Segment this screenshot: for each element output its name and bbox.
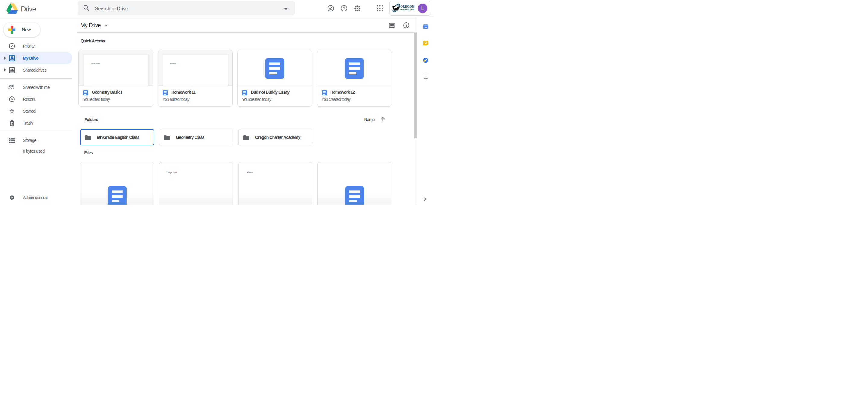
- svg-text:OREGON: OREGON: [400, 5, 414, 8]
- svg-text:31: 31: [424, 26, 427, 28]
- svg-text:CHARTER ACADEMY: CHARTER ACADEMY: [400, 8, 414, 10]
